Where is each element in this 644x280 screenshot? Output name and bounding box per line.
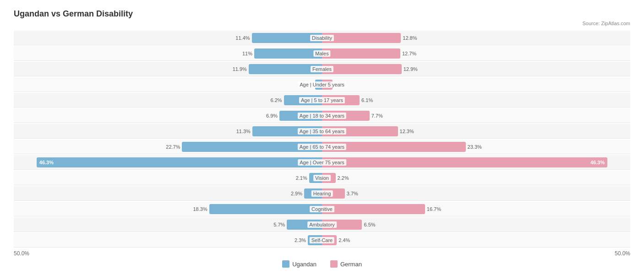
legend: Ugandan German [14, 260, 630, 268]
bar-row: 1.1% 1.7% Age | Under 5 years [14, 77, 630, 92]
bar-row: 5.7% 6.5% Ambulatory [14, 217, 630, 232]
legend-ugandan: Ugandan [282, 260, 317, 268]
bar-row: 22.7% 23.3% Age | 65 to 74 years [14, 140, 630, 154]
bar-row: 6.9% 7.7% Age | 18 to 34 years [14, 108, 630, 123]
legend-german: German [330, 260, 362, 268]
bar-row: 2.9% 3.7% Hearing [14, 186, 630, 201]
legend-pink-box [330, 260, 338, 268]
bar-row: 18.3% 16.7% Cognitive [14, 202, 630, 216]
axis-row: 50.0% 50.0% [14, 250, 630, 257]
bar-row: 11% 12.7% Males [14, 46, 630, 61]
axis-right: 50.0% [615, 250, 630, 257]
axis-left: 50.0% [14, 250, 29, 257]
bar-row: 11.3% 12.3% Age | 35 to 64 years [14, 124, 630, 139]
bar-row: 11.9% 12.9% Females [14, 62, 630, 76]
chart-container: 11.4% 12.8% Disability 11% [14, 31, 630, 248]
legend-ugandan-label: Ugandan [292, 261, 317, 268]
bar-row: 2.1% 2.2% Vision [14, 171, 630, 185]
bar-row: 2.3% 2.4% Self-Care [14, 233, 630, 248]
bar-row: 46.3% 46.3% Age | Over 75 years [14, 155, 630, 170]
bar-row: 6.2% 6.1% Age | 5 to 17 years [14, 93, 630, 108]
bar-row: 11.4% 12.8% Disability [14, 31, 630, 45]
legend-german-label: German [340, 261, 362, 268]
source-label: Source: ZipAtlas.com [14, 21, 630, 26]
legend-blue-box [282, 260, 289, 268]
chart-title: Ugandan vs German Disability [14, 9, 630, 19]
